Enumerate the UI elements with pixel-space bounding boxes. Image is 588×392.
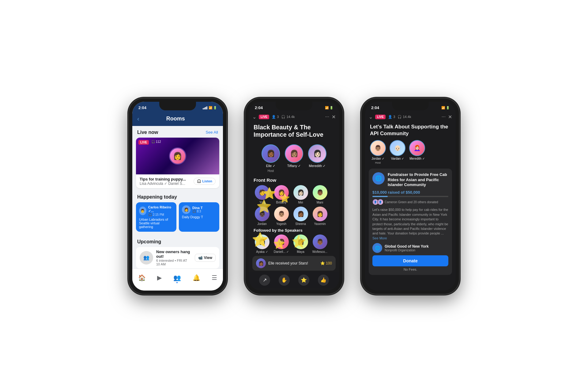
headphone-count-3: 🎧 14.4k — [398, 115, 411, 119]
hcard-name-2: Dina T — [192, 206, 203, 210]
audience-jordan: 👨🏿 Jordan — [254, 207, 270, 226]
happening-cards: 👨 Carlos Ribeiro ✓... 🎧 2:15 PM Urban La… — [132, 202, 223, 232]
upcoming-header: Upcoming — [132, 235, 223, 247]
nav-rooms[interactable]: 👥 — [173, 274, 181, 281]
live-now-label: Live now — [137, 130, 158, 135]
bottom-nav: 🏠 ▶ 👥 🔔 ☰ — [132, 268, 223, 291]
status-icons-3: 📶 🔋 — [441, 106, 450, 109]
headphones-count: 🎧 112 — [151, 140, 161, 143]
followed-daniell: 👩🏽 Daniell... ✓ — [273, 234, 290, 253]
audience-grid-front: ⭐ ⭐ ⭐ 🧑 You 👩 Brittany 👩🏻 Mei 👨🏾 M — [249, 184, 339, 227]
followed-wofiesco: 👨🏾 Wofiesco... — [311, 234, 328, 253]
donors-row: 👤 👤 Cameron Green and 20 others donated — [372, 199, 448, 205]
p3-vardan-name: Vardan ✓ — [391, 157, 404, 160]
nav-active-indicator — [176, 282, 178, 283]
donor-avatars: 👤 👤 — [372, 199, 383, 205]
fundraiser-amount: $10,000 raised of $50,000 — [372, 190, 448, 195]
wofiesco-avatar: 👨🏾 — [313, 234, 327, 249]
speaker-avatar-tiffany: 👩🏽 — [285, 144, 303, 163]
nav-home[interactable]: 🏠 — [138, 274, 146, 281]
chevron-down-icon-3[interactable]: ⌄ — [369, 114, 373, 120]
nav-video[interactable]: ▶ — [157, 274, 162, 281]
org-info: Global Good of New York Nonprofit Organi… — [385, 244, 429, 252]
phone-3: 2:04 📶 🔋 ⌄ LIVE 👤 3 🎧 14.4k ··· ✕ Let's … — [361, 98, 459, 294]
donate-button[interactable]: Donate — [372, 255, 448, 266]
time-1: 2:04 — [138, 105, 146, 110]
speakers-row-2: 👩🏾 Elle ✓ Host 👩🏽 Tiffany ✓ 👩🏻 Meredith … — [249, 142, 339, 175]
view-button[interactable]: 📹 View — [195, 254, 216, 262]
room-title-2: Black Beauty & The Importance of Self-Lo… — [249, 122, 339, 142]
happening-card-1[interactable]: 👨 Carlos Ribeiro ✓... 🎧 2:15 PM Urban La… — [136, 202, 176, 232]
fundraiser-header: 🌐 Fundraiser to Provide Free Cab Rides f… — [372, 172, 448, 188]
yogesh-avatar: 👨🏽 — [274, 207, 289, 221]
yasemin-avatar: 👩 — [313, 207, 327, 221]
notch-3 — [392, 102, 429, 110]
live-badge-3: LIVE — [375, 115, 386, 119]
p3-vardan-avatar: 👴🏻 — [390, 140, 405, 156]
audience-mani: 👨🏾 Mani — [311, 185, 328, 204]
upcoming-title: New owners hang out! — [156, 249, 192, 259]
upcoming-item: 👥 New owners hang out! 6 interested • FR… — [136, 247, 219, 268]
audience-you: 🧑 You — [254, 185, 270, 204]
notification-bar: 👩🏾 Elle received your Stars! ⭐ 100 — [252, 256, 336, 271]
status-icons-1: 📶 🔋 — [203, 106, 217, 109]
mani-name: Mani — [317, 201, 323, 204]
donor-text: Cameron Green and 20 others donated — [385, 200, 438, 204]
raise-hand-action[interactable]: ✋ — [279, 275, 290, 286]
phone3-header: ⌄ LIVE 👤 3 🎧 14.4k ··· ✕ — [365, 113, 456, 122]
p3-jordan-role: Host — [375, 161, 381, 164]
share-action[interactable]: ↗ — [259, 275, 270, 286]
phone-2: 2:04 📶 🔋 ⌄ LIVE 👤 3 🎧 14.4k ··· ✕ Black … — [245, 98, 343, 294]
hcard-time-1: 🎧 2:15 PM — [148, 213, 173, 216]
upcoming-sub: 6 interested • FRI AT 10 AM — [156, 259, 192, 266]
p3-meredith: 👩🏻‍🦰 Meredith ✓ — [409, 140, 425, 164]
maya-avatar: 👩🏾 — [293, 234, 308, 249]
live-card[interactable]: LIVE 🎧 112 👩 Tips for training puppy... … — [136, 138, 219, 188]
upcoming-label: Upcoming — [137, 239, 161, 245]
followed-speakers-grid: ⭐ ⭐ ⭐ 👩🏻 Ayaka ✓ 👩🏽 Daniell... ✓ 👩🏾 Maya… — [249, 233, 339, 255]
nav-bell[interactable]: 🔔 — [193, 274, 200, 281]
p3-jordan: 👨🏽 Jordan ✓ Host — [370, 140, 386, 164]
back-arrow[interactable]: ‹ — [137, 115, 139, 122]
see-all-link[interactable]: See All — [206, 130, 218, 135]
ellipsis-icon[interactable]: ··· — [325, 114, 329, 120]
happening-card-2[interactable]: 👩 Dina T 🎧 8:3 Daily Doggy T — [179, 202, 219, 232]
notch-1 — [159, 102, 196, 110]
org-name: Global Good of New York — [385, 244, 429, 249]
speaker-meredith: 👩🏻 Meredith ✓ — [308, 144, 326, 173]
listener-count-3: 👤 3 — [388, 115, 395, 119]
phone1-content: Live now See All LIVE 🎧 112 👩 Tips for t… — [132, 126, 223, 290]
ellipsis-icon-3[interactable]: ··· — [442, 114, 446, 120]
live-now-header: Live now See All — [132, 126, 223, 138]
hcard-time-2: 🎧 8:3 — [192, 210, 203, 213]
close-icon[interactable]: ✕ — [332, 114, 336, 120]
sheena-name: Sheena — [295, 222, 306, 226]
upcoming-info: New owners hang out! 6 interested • FRI … — [156, 249, 192, 266]
speaker-tiffany: 👩🏽 Tiffany ✓ — [285, 144, 303, 173]
nav-menu[interactable]: ☰ — [212, 274, 217, 281]
listen-button[interactable]: 🎧 Listen — [194, 178, 216, 185]
notif-avatar: 👩🏾 — [256, 258, 266, 268]
room-title-3: Let's Talk About Supporting the API Comm… — [365, 122, 456, 140]
ayaka-avatar: 👩🏻 — [255, 234, 270, 249]
speaker-name-meredith: Meredith ✓ — [309, 164, 326, 168]
live-card-sub: Lisa Advincula ✓ Daniel S... — [140, 181, 186, 186]
phone2-bottom-bar: ↗ ✋ ⭐ 👍 — [249, 272, 339, 288]
hcard-avatar-1: 👨 — [139, 207, 146, 215]
live-host-avatar: 👩 — [169, 147, 186, 165]
stars-action[interactable]: ⭐ — [298, 275, 309, 286]
phone-1: 2:04 📶 🔋 ‹ Rooms Live now See All LIVE — [129, 98, 227, 294]
chevron-down-icon[interactable]: ⌄ — [252, 114, 256, 120]
followed-by-label: Followed by the Speakers — [249, 227, 339, 233]
mani-avatar: 👨🏾 — [313, 185, 327, 200]
like-action[interactable]: 👍 — [318, 275, 329, 286]
brittany-avatar: 👩 — [274, 185, 289, 200]
see-more-link[interactable]: See More — [372, 236, 387, 240]
close-icon-3[interactable]: ✕ — [448, 114, 452, 120]
happening-label: Happening today — [137, 194, 177, 200]
yasemin-name: Yasemin — [314, 222, 326, 226]
hcard-avatar-2: 👩 — [182, 205, 190, 214]
daniell-name: Daniell... ✓ — [274, 250, 289, 253]
audience-yasemin: 👩 Yasemin — [311, 207, 328, 226]
upcoming-section: Upcoming 👥 New owners hang out! 6 intere… — [132, 234, 223, 270]
